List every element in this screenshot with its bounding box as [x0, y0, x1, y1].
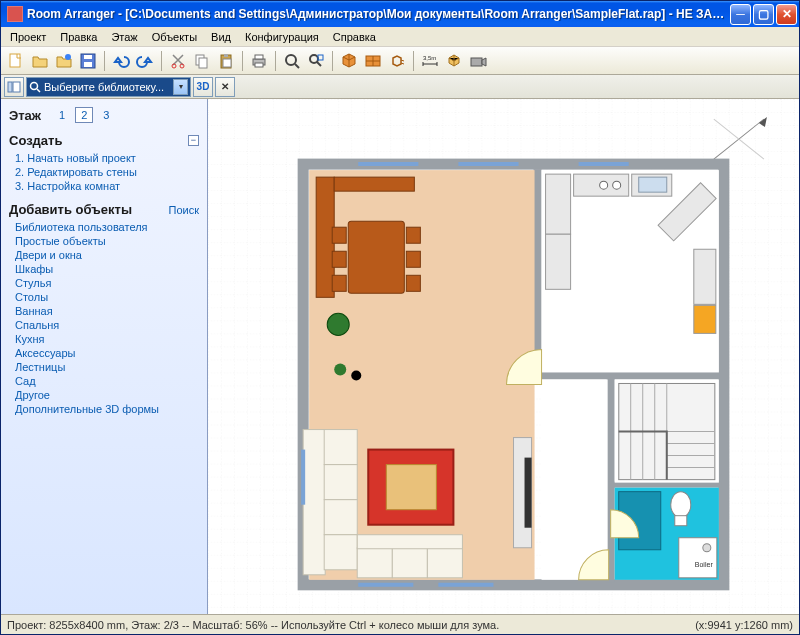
svg-rect-43	[332, 275, 346, 291]
svg-rect-29	[534, 169, 542, 374]
lib-accessories[interactable]: Аксессуары	[15, 347, 197, 359]
svg-rect-52	[324, 465, 357, 500]
svg-rect-45	[406, 251, 420, 267]
zoom-button[interactable]	[281, 50, 303, 72]
close-panel-button[interactable]: ✕	[215, 77, 235, 97]
library-selector[interactable]: Выберите библиотеку... ▾	[26, 77, 191, 97]
menu-objects[interactable]: Объекты	[145, 29, 204, 45]
svg-point-1	[65, 54, 71, 60]
svg-rect-38	[316, 177, 334, 297]
lib-other[interactable]: Другое	[15, 389, 197, 401]
svg-rect-40	[348, 221, 404, 293]
catalog-button[interactable]	[362, 50, 384, 72]
section-addobjects-title: Добавить объекты	[9, 202, 132, 217]
lib-chairs[interactable]: Стулья	[15, 277, 197, 289]
status-coords: (x:9941 y:1260 mm)	[695, 619, 793, 631]
menubar: Проект Правка Этаж Объекты Вид Конфигура…	[1, 27, 799, 47]
main-toolbar: 3,5m	[1, 47, 799, 75]
create-edit-walls[interactable]: 2. Редактировать стены	[15, 166, 197, 178]
furniture-button[interactable]	[443, 50, 465, 72]
show-panel-button[interactable]	[4, 77, 24, 97]
zoom-fit-button[interactable]	[305, 50, 327, 72]
create-new-project[interactable]: 1. Начать новый проект	[15, 152, 197, 164]
menu-floor[interactable]: Этаж	[104, 29, 144, 45]
view-3d-button[interactable]	[338, 50, 360, 72]
collapse-create-icon[interactable]: −	[188, 135, 199, 146]
wizard-button[interactable]	[53, 50, 75, 72]
redo-button[interactable]	[134, 50, 156, 72]
floor-1[interactable]: 1	[53, 107, 71, 123]
menu-view[interactable]: Вид	[204, 29, 238, 45]
maximize-button[interactable]: ▢	[753, 4, 774, 25]
menu-project[interactable]: Проект	[3, 29, 53, 45]
svg-rect-8	[199, 58, 207, 68]
svg-rect-30	[538, 371, 720, 379]
lib-3d-shapes[interactable]: Дополнительные 3D формы	[15, 403, 197, 415]
library-placeholder: Выберите библиотеку...	[44, 81, 170, 93]
floor-2[interactable]: 2	[75, 107, 93, 123]
floorplan-canvas[interactable]: Boiler	[208, 99, 799, 614]
svg-point-15	[286, 55, 296, 65]
lib-simple[interactable]: Простые объекты	[15, 235, 197, 247]
paste-button[interactable]	[215, 50, 237, 72]
svg-point-48	[334, 363, 346, 375]
open-button[interactable]	[29, 50, 51, 72]
svg-rect-57	[427, 548, 462, 578]
svg-text:3,5m: 3,5m	[423, 55, 436, 61]
app-window: Room Arranger - [C:\Documents and Settin…	[0, 0, 800, 635]
create-room-settings[interactable]: 3. Настройка комнат	[15, 180, 197, 192]
svg-rect-76	[675, 516, 687, 526]
print-button[interactable]	[248, 50, 270, 72]
svg-rect-46	[406, 275, 420, 291]
svg-point-75	[671, 492, 691, 518]
menu-help[interactable]: Справка	[326, 29, 383, 45]
copy-button[interactable]	[191, 50, 213, 72]
window-title: Room Arranger - [C:\Documents and Settin…	[27, 7, 730, 21]
measure-button[interactable]: 3,5m	[419, 50, 441, 72]
svg-point-47	[327, 313, 349, 335]
section-addobjects: Добавить объекты Поиск	[5, 200, 203, 219]
section-create: Создать −	[5, 131, 203, 150]
svg-rect-77	[679, 538, 717, 578]
floorplan-svg: Boiler	[208, 99, 799, 614]
svg-rect-20	[471, 58, 482, 66]
cut-button[interactable]	[167, 50, 189, 72]
floor-label: Этаж	[9, 108, 41, 123]
search-link[interactable]: Поиск	[169, 204, 199, 216]
minimize-button[interactable]: ─	[730, 4, 751, 25]
svg-point-49	[351, 370, 361, 380]
svg-rect-69	[694, 305, 716, 333]
addobjects-links: Библиотека пользователя Простые объекты …	[5, 221, 203, 421]
section-create-title: Создать	[9, 133, 62, 148]
lib-tables[interactable]: Столы	[15, 291, 197, 303]
svg-point-71	[613, 181, 621, 189]
lib-bedroom[interactable]: Спальня	[15, 319, 197, 331]
svg-rect-64	[546, 234, 571, 289]
lib-user[interactable]: Библиотека пользователя	[15, 221, 197, 233]
svg-rect-10	[224, 54, 228, 57]
lib-stairs[interactable]: Лестницы	[15, 361, 197, 373]
camera-button[interactable]	[467, 50, 489, 72]
svg-rect-58	[357, 535, 462, 549]
menu-config[interactable]: Конфигурация	[238, 29, 326, 45]
save-button[interactable]	[77, 50, 99, 72]
lib-cabinets[interactable]: Шкафы	[15, 263, 197, 275]
lib-garden[interactable]: Сад	[15, 375, 197, 387]
lib-bathroom[interactable]: Ванная	[15, 305, 197, 317]
svg-rect-42	[332, 251, 346, 267]
new-project-button[interactable]	[5, 50, 27, 72]
svg-rect-22	[13, 82, 20, 92]
svg-rect-55	[357, 548, 392, 578]
undo-button[interactable]	[110, 50, 132, 72]
svg-point-23	[31, 82, 38, 89]
titlebar[interactable]: Room Arranger - [C:\Documents and Settin…	[1, 1, 799, 27]
view-3d-toggle[interactable]: 3D	[193, 77, 213, 97]
lib-kitchen[interactable]: Кухня	[15, 333, 197, 345]
close-button[interactable]: ✕	[776, 4, 797, 25]
floor-3[interactable]: 3	[97, 107, 115, 123]
objects-button[interactable]	[386, 50, 408, 72]
svg-rect-4	[84, 62, 92, 67]
dropdown-arrow-icon[interactable]: ▾	[173, 79, 188, 95]
menu-edit[interactable]: Правка	[53, 29, 104, 45]
lib-doors-windows[interactable]: Двери и окна	[15, 249, 197, 261]
